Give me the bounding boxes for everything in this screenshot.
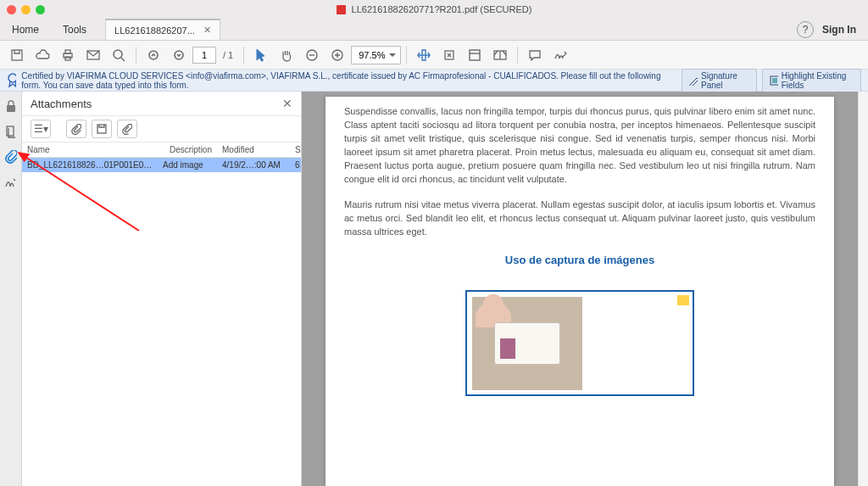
highlight-icon: [770, 75, 778, 86]
sign-icon[interactable]: [548, 44, 572, 66]
svg-rect-0: [337, 5, 346, 14]
close-window-icon[interactable]: [7, 5, 16, 14]
svg-rect-17: [7, 105, 15, 112]
svg-rect-4: [65, 57, 70, 60]
attachment-desc: Add image: [158, 158, 217, 172]
paragraph: Suspendisse convallis, lacus non fringil…: [344, 105, 815, 187]
page-total: / 1: [223, 50, 233, 60]
window-title: LL62161882620771?R201.pdf (SECURED): [352, 4, 532, 14]
vertical-scrollbar[interactable]: [858, 92, 868, 486]
cert-text: Certified by VIAFIRMA CLOUD SERVICES <in…: [21, 71, 676, 90]
svg-rect-16: [772, 78, 777, 83]
svg-point-6: [114, 50, 122, 59]
save-icon[interactable]: [5, 44, 29, 66]
page-up-icon[interactable]: [142, 44, 165, 66]
pages-icon[interactable]: [3, 124, 19, 139]
lock-icon[interactable]: [3, 98, 19, 114]
fit-page-icon[interactable]: [437, 44, 461, 66]
pen-icon: [689, 75, 698, 86]
svg-rect-12: [470, 50, 480, 60]
svg-rect-18: [7, 126, 14, 136]
pan-tool-icon[interactable]: [275, 44, 298, 66]
ribbon-icon: [7, 73, 16, 88]
signature-panel-button[interactable]: Signature Panel: [682, 69, 757, 92]
close-panel-icon[interactable]: ✕: [282, 97, 292, 110]
open-attachment-icon[interactable]: [66, 120, 86, 138]
attachments-header: Name Description Modified S: [22, 142, 301, 158]
attachment-name: BD_LL621618826…01P001E001.xml: [22, 158, 158, 172]
sign-in-button[interactable]: Sign In: [822, 19, 856, 40]
zoom-out-icon[interactable]: [300, 44, 324, 66]
fullscreen-icon[interactable]: [463, 44, 487, 66]
fit-width-icon[interactable]: [412, 44, 436, 66]
attachments-icon[interactable]: [3, 149, 19, 165]
svg-point-14: [8, 74, 16, 82]
search-icon[interactable]: [107, 44, 131, 66]
minimize-window-icon[interactable]: [21, 5, 31, 14]
read-mode-icon[interactable]: [488, 44, 512, 66]
add-attachment-icon[interactable]: [117, 120, 137, 138]
captured-image: [472, 297, 582, 390]
cloud-icon[interactable]: [31, 44, 54, 66]
pdf-page: Suspendisse convallis, lacus non fringil…: [326, 97, 834, 486]
zoom-select[interactable]: 97.5%: [351, 46, 401, 64]
panel-title: Attachments: [31, 98, 92, 110]
attachments-panel: Attachments ✕ ☰▾ Name Description Modifi…: [22, 92, 302, 486]
sticky-note-icon[interactable]: [677, 295, 689, 305]
image-capture-field[interactable]: [465, 290, 694, 396]
highlight-fields-button[interactable]: Highlight Existing Fields: [762, 69, 861, 92]
svg-rect-1: [12, 50, 22, 60]
svg-rect-3: [65, 50, 70, 53]
mail-icon[interactable]: [81, 44, 105, 66]
certification-bar: Certified by VIAFIRMA CLOUD SERVICES <in…: [0, 70, 868, 92]
options-icon[interactable]: ☰▾: [31, 120, 51, 138]
document-tab[interactable]: LL621618826207... ✕: [105, 19, 220, 40]
attachment-modified: 4/19/2…:00 AM: [217, 158, 290, 172]
attachment-row[interactable]: BD_LL621618826…01P001E001.xml Add image …: [22, 158, 301, 172]
close-tab-icon[interactable]: ✕: [203, 25, 211, 36]
home-button[interactable]: Home: [0, 19, 51, 40]
paragraph: Mauris rutrum nisi vitae metus viverra p…: [344, 198, 815, 239]
traffic-lights[interactable]: [7, 5, 45, 14]
nav-rail: [0, 92, 22, 486]
select-tool-icon[interactable]: [249, 44, 273, 66]
tools-button[interactable]: Tools: [51, 19, 98, 40]
signatures-icon[interactable]: [3, 175, 19, 190]
print-icon[interactable]: [56, 44, 80, 66]
window-titlebar: LL62161882620771?R201.pdf (SECURED): [0, 0, 868, 19]
main-toolbar: / 1 97.5%: [0, 41, 868, 70]
zoom-in-icon[interactable]: [326, 44, 349, 66]
pdf-file-icon: [337, 5, 346, 14]
page-number-input[interactable]: [192, 47, 216, 64]
help-icon[interactable]: ?: [797, 21, 814, 38]
section-heading: Uso de captura de imágenes: [344, 254, 815, 266]
tab-label: LL621618826207...: [114, 25, 195, 36]
app-menu: Home Tools LL621618826207... ✕ ? Sign In: [0, 19, 868, 41]
document-viewport[interactable]: Suspendisse convallis, lacus non fringil…: [302, 92, 858, 486]
attachment-size: 6: [290, 158, 301, 172]
comment-icon[interactable]: [523, 44, 547, 66]
zoom-window-icon[interactable]: [36, 5, 45, 14]
save-attachment-icon[interactable]: [92, 120, 112, 138]
page-down-icon[interactable]: [167, 44, 191, 66]
